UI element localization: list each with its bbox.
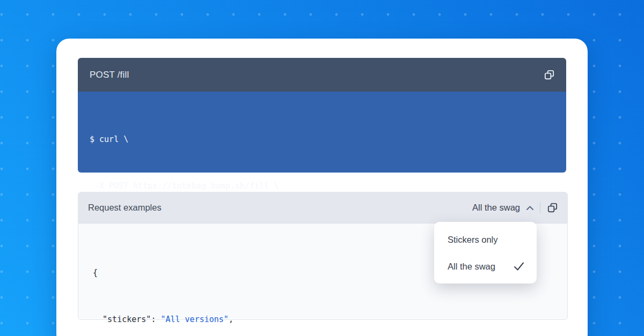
endpoint-header: POST /fill (78, 58, 566, 92)
request-examples-header: Request examples All the swag (78, 192, 567, 223)
api-demo-card: POST /fill $ curl \ -X POST https://tote… (56, 39, 588, 336)
divider (540, 202, 540, 213)
copy-icon (546, 201, 559, 214)
curl-code-block: $ curl \ -X POST https://totebag.bump.sh… (78, 92, 566, 173)
page-background: POST /fill $ curl \ -X POST https://tote… (0, 0, 644, 336)
example-selector[interactable]: All the swag (472, 203, 534, 213)
dropdown-item-all-the-swag[interactable]: All the swag (434, 253, 537, 280)
code-line: $ curl \ (90, 132, 566, 147)
copy-curl-button[interactable] (543, 69, 555, 81)
selected-example-label: All the swag (472, 203, 520, 213)
request-examples-title: Request examples (88, 203, 162, 213)
json-line: "stickers": "All versions", (93, 312, 567, 327)
copy-icon (543, 69, 555, 81)
endpoint-title: POST /fill (90, 70, 129, 80)
example-dropdown-menu: Stickers only All the swag (434, 222, 537, 283)
request-examples-panel: Request examples All the swag (78, 192, 568, 320)
copy-example-button[interactable] (546, 201, 559, 214)
chevron-up-icon (526, 205, 534, 211)
check-icon (513, 262, 525, 271)
examples-header-controls: All the swag (472, 201, 559, 214)
dropdown-item-stickers-only[interactable]: Stickers only (434, 226, 537, 253)
